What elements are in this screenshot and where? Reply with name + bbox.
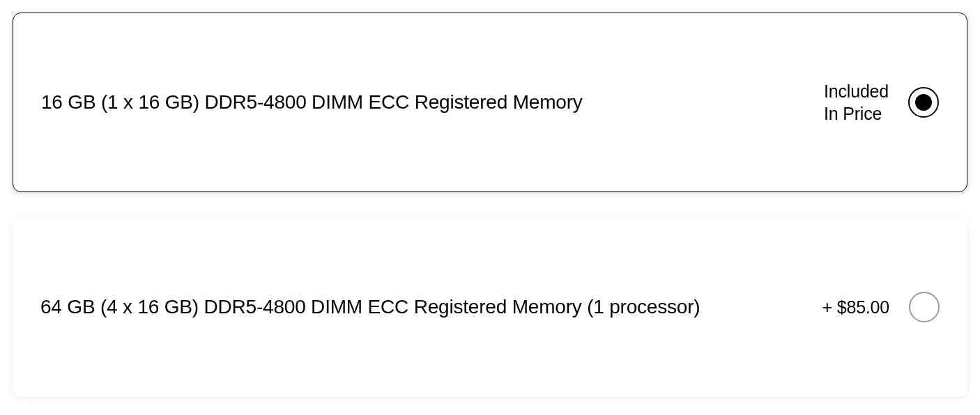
radio-selected-icon[interactable]	[908, 87, 939, 118]
memory-option-right: + $85.00	[822, 292, 940, 322]
memory-option-right: Included In Price	[824, 80, 939, 125]
memory-option-card[interactable]: 16 GB (1 x 16 GB) DDR5-4800 DIMM ECC Reg…	[13, 13, 967, 192]
radio-unselected-icon[interactable]	[909, 292, 940, 322]
radio-inner-dot	[915, 94, 932, 111]
memory-option-price: Included In Price	[824, 80, 889, 125]
memory-option-price: + $85.00	[822, 296, 889, 319]
memory-option-label: 64 GB (4 x 16 GB) DDR5-4800 DIMM ECC Reg…	[40, 295, 822, 320]
memory-option-card[interactable]: 64 GB (4 x 16 GB) DDR5-4800 DIMM ECC Reg…	[13, 217, 967, 397]
memory-option-label: 16 GB (1 x 16 GB) DDR5-4800 DIMM ECC Reg…	[41, 90, 824, 115]
